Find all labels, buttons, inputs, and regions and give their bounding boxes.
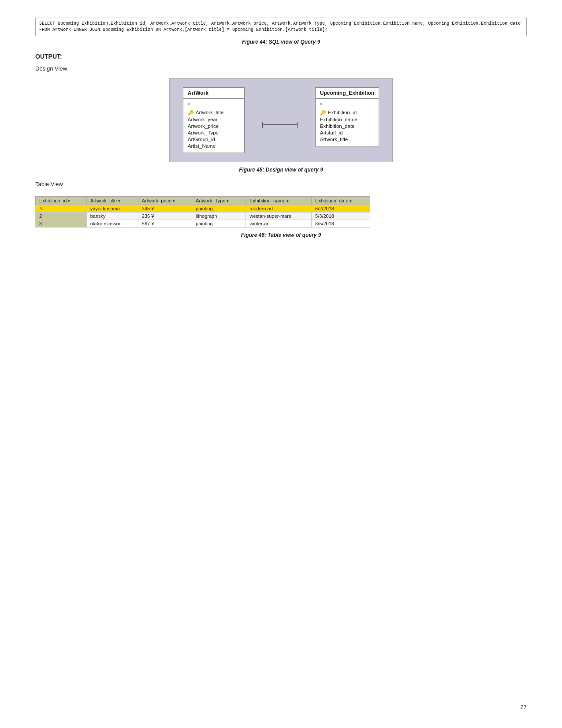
design-view-box: ArtWork * 🔑 Artwork_title Artwork_year A… [169, 78, 393, 162]
connector-svg [262, 114, 298, 136]
cell-title-3: olafur eliasson [86, 220, 138, 228]
figure46-caption: Figure 46: Table view of query 9 [35, 232, 527, 238]
pencil-icon: ✎ [39, 206, 43, 211]
artwork-field-price: Artwork_price [188, 123, 240, 129]
cell-date-2: 5/3/2018 [312, 213, 370, 220]
table-row: 3 olafur eliasson 567 ¥ painting winter-… [36, 220, 370, 228]
exhibition-star: * [320, 101, 374, 109]
cell-price-3: 567 ¥ [138, 220, 192, 228]
cell-id-1: ✎ [36, 205, 87, 213]
col-exhibition-date[interactable]: Exhibition_date [312, 197, 370, 205]
cell-id-2: 2 [36, 213, 87, 220]
sql-line2: FROM ArtWork INNER JOIN Upcoming_Exhibit… [39, 27, 523, 33]
col-artwork-type[interactable]: Artwork_Type [192, 197, 246, 205]
sql-block: SELECT Upcoming_Exhibition.Exhibition_id… [35, 18, 527, 36]
exhibition-table-header: Upcoming_Exhibition [316, 88, 379, 99]
table-view-label: Table View [35, 181, 527, 187]
exhibition-field-name: Exhibition_name [320, 116, 374, 123]
col-artwork-title[interactable]: Artwork_title [86, 197, 138, 205]
artwork-field-artist: Artist_Name [188, 142, 240, 149]
artwork-field-type: Artwork_Type [188, 129, 240, 136]
table-row: 2 bansky 236 ¥ lithograph westan-super-m… [36, 213, 370, 220]
col-exhibition-name[interactable]: Exhibition_name [246, 197, 312, 205]
connector-area [262, 87, 298, 136]
cell-type-2: lithograph [192, 213, 246, 220]
exhibition-field-staff: Artstaff_id [320, 129, 374, 136]
data-table: Exhibition_id Artwork_title Artwork_pric… [35, 196, 370, 228]
cell-name-2: westan-super-mare [246, 213, 312, 220]
col-exhibition-id[interactable]: Exhibition_id [36, 197, 87, 205]
cell-price-2: 236 ¥ [138, 213, 192, 220]
figure44-caption: Figure 44: SQL view of Query 9 [35, 39, 527, 45]
design-view-label: Design View [35, 65, 527, 72]
artwork-field-title: 🔑 Artwork_title [188, 109, 240, 116]
artwork-table-header: ArtWork [183, 88, 244, 99]
cell-type-3: painting [192, 220, 246, 228]
output-heading: OUTPUT: [35, 53, 527, 60]
table-row: ✎ yayoi kusama 345 ¥ painting modern art… [36, 205, 370, 213]
artwork-field-year: Artwork_year [188, 116, 240, 123]
exhibition-table-body: * 🔑 Exhibition_id Exhibition_name Exhibi… [316, 99, 379, 146]
artwork-table-body: * 🔑 Artwork_title Artwork_year Artwork_p… [183, 99, 244, 153]
artwork-key-icon: 🔑 [188, 110, 194, 116]
cell-title-2: bansky [86, 213, 138, 220]
cell-date-1: 6/2/2018 [312, 205, 370, 213]
table-view-container: Exhibition_id Artwork_title Artwork_pric… [35, 196, 527, 228]
exhibition-field-date: Exhibition_date [320, 123, 374, 129]
table-header-row: Exhibition_id Artwork_title Artwork_pric… [36, 197, 370, 205]
cell-title-1: yayoi kusama [86, 205, 138, 213]
sql-line1: SELECT Upcoming_Exhibition.Exhibition_id… [39, 21, 523, 27]
artwork-table-box: ArtWork * 🔑 Artwork_title Artwork_year A… [183, 87, 245, 153]
exhibition-table-box: Upcoming_Exhibition * 🔑 Exhibition_id Ex… [315, 87, 379, 146]
cell-id-3: 3 [36, 220, 87, 228]
exhibition-field-id: 🔑 Exhibition_id [320, 109, 374, 116]
artwork-field-group: ArtGroup_id [188, 136, 240, 142]
design-view-container: ArtWork * 🔑 Artwork_title Artwork_year A… [35, 78, 527, 162]
cell-name-1: modern art [246, 205, 312, 213]
figure45-caption: Figure 45: Design view of query 9 [35, 167, 527, 173]
cell-type-1: painting [192, 205, 246, 213]
artwork-star: * [188, 101, 240, 109]
exhibition-key-icon: 🔑 [320, 110, 326, 116]
page-number: 27 [521, 704, 527, 710]
exhibition-field-title: Artwork_title [320, 136, 374, 142]
col-artwork-price[interactable]: Artwork_price [138, 197, 192, 205]
cell-date-3: 8/5/2018 [312, 220, 370, 228]
cell-name-3: winter-art [246, 220, 312, 228]
cell-price-1: 345 ¥ [138, 205, 192, 213]
